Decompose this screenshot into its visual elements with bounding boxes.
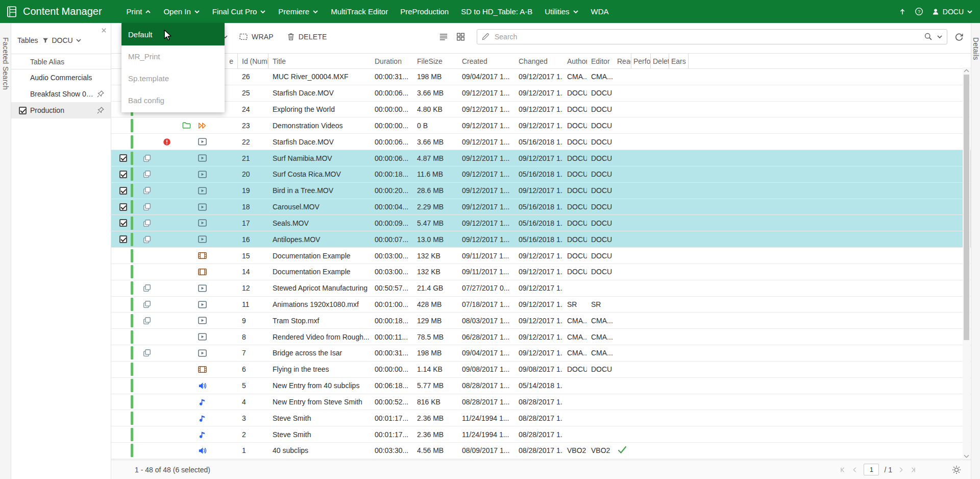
delete-button[interactable]: DELETE bbox=[284, 32, 330, 42]
chevron-down-icon[interactable] bbox=[937, 34, 943, 40]
cell-filesize: 11.6 MB bbox=[413, 170, 458, 178]
table-alias-column-header[interactable]: Table Alias bbox=[11, 54, 111, 69]
nav-menu-preproduction[interactable]: PreProduction bbox=[394, 0, 455, 23]
print-menu-item-mr-print[interactable]: MR_Print bbox=[121, 45, 225, 67]
help-icon[interactable]: ? bbox=[915, 7, 923, 16]
table-row[interactable]: 12 Stewed Apricot Manufacturing 00:50:57… bbox=[111, 280, 971, 297]
last-page-icon[interactable] bbox=[910, 466, 917, 473]
cell-duration: 00:00:06... bbox=[371, 154, 413, 162]
table-row[interactable]: 19 Bird in a Tree.MOV 00:00:20... 28.6 M… bbox=[111, 183, 971, 199]
grid-view-icon[interactable] bbox=[456, 32, 465, 41]
table-row[interactable]: 3 Steve Smith 00:01:17... 2.36 MB 11/24/… bbox=[111, 410, 971, 426]
details-strip[interactable]: Details bbox=[971, 23, 980, 479]
table-row[interactable]: 8 Rendered Video from Rough... 00:00:11.… bbox=[111, 329, 971, 345]
nav-menu-open-in[interactable]: Open In bbox=[157, 0, 206, 23]
vertical-scrollbar[interactable] bbox=[963, 67, 970, 460]
table-alias-item-breakfast-show-06[interactable]: Breakfast Show 06... bbox=[11, 86, 111, 102]
prev-page-icon[interactable] bbox=[851, 466, 859, 473]
row-checkbox-cell[interactable] bbox=[115, 154, 131, 162]
table-row[interactable]: 26 MUC River_00004.MXF 00:00:31... 198 M… bbox=[111, 69, 971, 85]
up-arrow-icon[interactable] bbox=[898, 8, 906, 16]
table-row[interactable]: 6 Flying in the trees 00:00:00... 1.14 K… bbox=[111, 362, 971, 378]
print-menu-item-sp-template[interactable]: Sp.template bbox=[121, 67, 225, 89]
page-input[interactable] bbox=[864, 464, 879, 475]
row-checkbox-cell[interactable] bbox=[115, 187, 131, 195]
row-checkbox-cell[interactable] bbox=[115, 235, 131, 243]
column-header-created[interactable]: Created bbox=[458, 54, 514, 68]
table-row[interactable]: 23 Demonstration Videos 00:00:00... 0 B … bbox=[111, 117, 971, 134]
list-view-icon[interactable] bbox=[438, 32, 449, 41]
column-header-id[interactable]: Id (Numb bbox=[238, 54, 268, 68]
scrollbar-thumb[interactable] bbox=[964, 75, 969, 340]
pin-icon[interactable] bbox=[96, 90, 105, 98]
settings-icon[interactable] bbox=[951, 465, 962, 475]
refresh-icon[interactable] bbox=[954, 32, 964, 41]
cell-editor: CMA... bbox=[587, 317, 615, 325]
table-row[interactable]: 11 Animations 1920x1080.mxf 00:01:00... … bbox=[111, 297, 971, 313]
table-row[interactable]: 2 Steve Smith 00:01:17... 2.36 MB 11/24/… bbox=[111, 426, 971, 443]
table-row[interactable]: 7 Bridge across the Isar 00:00:31... 198… bbox=[111, 345, 971, 362]
search-icon[interactable] bbox=[924, 32, 933, 41]
column-header-perfo[interactable]: Perfo bbox=[631, 54, 651, 68]
nav-menu-print[interactable]: Print bbox=[120, 0, 158, 23]
table-row[interactable]: 5 New Entry from 40 subclips 00:06:18...… bbox=[111, 378, 971, 394]
column-header-duration[interactable]: Duration bbox=[371, 54, 413, 68]
column-header-delet[interactable]: Delet bbox=[651, 54, 669, 68]
table-alias-item-audio-commercials[interactable]: Audio Commercials bbox=[11, 69, 111, 86]
chevron-down-icon bbox=[312, 9, 318, 15]
user-menu[interactable]: DOCU bbox=[932, 8, 973, 16]
nav-menu-premiere[interactable]: Premiere bbox=[272, 0, 325, 23]
table-row[interactable]: 17 Seals.MOV 00:00:09... 5.47 MB 09/12/2… bbox=[111, 215, 971, 231]
table-checkbox[interactable] bbox=[19, 107, 27, 114]
tables-filter[interactable]: DOCU bbox=[42, 36, 81, 44]
faceted-search-strip[interactable]: Faceted Search bbox=[0, 23, 11, 479]
table-row[interactable]: 24 Exploring the World 00:00:00... 4.80 … bbox=[111, 102, 971, 118]
nav-menu-final-cut-pro[interactable]: Final Cut Pro bbox=[206, 0, 273, 23]
nav-menu-sd-to-hd-table-a-b[interactable]: SD to HD_Table: A-B bbox=[455, 0, 538, 23]
row-checkbox-cell[interactable] bbox=[115, 219, 131, 227]
table-row[interactable]: 21 Surf Namibia.MOV 00:00:06... 4.87 MB … bbox=[111, 150, 971, 166]
nav-menu-wda[interactable]: WDA bbox=[585, 0, 615, 23]
row-checkbox[interactable] bbox=[119, 203, 127, 211]
cell-title: Documentation Example bbox=[268, 268, 371, 276]
column-header-filesize[interactable]: FileSize bbox=[413, 54, 458, 68]
first-page-icon[interactable] bbox=[839, 466, 846, 473]
search-input[interactable] bbox=[494, 32, 920, 41]
row-checkbox[interactable] bbox=[119, 154, 127, 162]
scroll-down-icon[interactable] bbox=[964, 454, 969, 458]
table-row[interactable]: 14 Documentation Example 00:03:00... 132… bbox=[111, 264, 971, 280]
column-header-changed[interactable]: Changed bbox=[514, 54, 563, 68]
row-checkbox[interactable] bbox=[119, 235, 127, 243]
table-row[interactable]: 18 Carousel.MOV 00:00:04... 2.29 MB 09/1… bbox=[111, 199, 971, 215]
table-row[interactable]: 22 Starfish Dace.MOV 00:00:06... 3.66 MB… bbox=[111, 134, 971, 150]
table-row[interactable]: 20 Surf Costa Rica.MOV 00:00:18... 11.6 … bbox=[111, 166, 971, 183]
nav-right: ? DOCU bbox=[898, 7, 973, 16]
row-checkbox[interactable] bbox=[119, 187, 127, 195]
table-alias-item-production[interactable]: Production bbox=[11, 102, 111, 118]
column-header-author[interactable]: Author bbox=[563, 54, 587, 68]
row-checkbox-cell[interactable] bbox=[115, 203, 131, 211]
print-menu-item-bad-config[interactable]: Bad config bbox=[121, 89, 225, 111]
table-row[interactable]: 16 Antilopes.MOV 00:00:07... 13.0 MB 09/… bbox=[111, 231, 971, 248]
table-row[interactable]: 25 Starfish Dace.MOV 00:00:06... 3.66 MB… bbox=[111, 85, 971, 102]
column-header-title[interactable]: Title bbox=[268, 54, 371, 68]
row-checkbox[interactable] bbox=[119, 171, 127, 178]
close-icon[interactable] bbox=[101, 27, 107, 34]
wrap-button[interactable]: WRAP bbox=[236, 32, 277, 42]
table-row[interactable]: 15 Documentation Example 00:03:00... 132… bbox=[111, 248, 971, 264]
nav-menu-multitrack-editor[interactable]: MultiTrack Editor bbox=[325, 0, 394, 23]
nav-menu-utilities[interactable]: Utilities bbox=[538, 0, 584, 23]
row-checkbox-cell[interactable] bbox=[115, 171, 131, 178]
cell-changed: 09/12/2017 1... bbox=[514, 73, 563, 81]
column-header-ears[interactable]: Ears bbox=[669, 54, 689, 68]
row-checkbox[interactable] bbox=[119, 219, 127, 227]
table-row[interactable]: 9 Tram Stop.mxf 00:00:18... 129 MB 08/03… bbox=[111, 313, 971, 329]
pin-icon[interactable] bbox=[96, 106, 105, 114]
column-header-read[interactable]: Read bbox=[615, 54, 631, 68]
table-row[interactable]: 1 40 subclips 00:03:30... 4.56 MB 08/09/… bbox=[111, 443, 971, 459]
table-color-bar bbox=[131, 314, 133, 327]
table-row[interactable]: 4 New Entry from Steve Smith 00:00:52...… bbox=[111, 394, 971, 411]
scroll-up-icon[interactable] bbox=[964, 69, 969, 73]
next-page-icon[interactable] bbox=[897, 466, 904, 473]
column-header-editor[interactable]: Editor bbox=[587, 54, 615, 68]
